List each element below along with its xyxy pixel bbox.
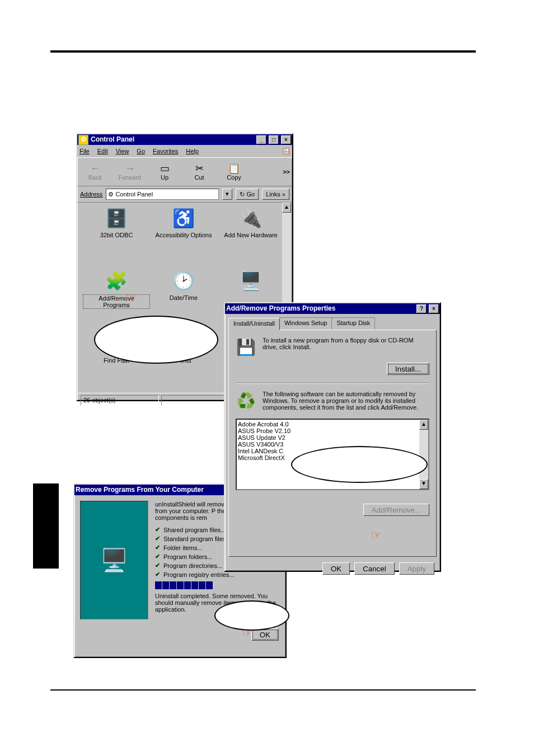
toolbar-back[interactable]: ←Back: [79, 163, 111, 181]
add-remove-button[interactable]: Add/Remove...: [363, 504, 429, 516]
check-icon: ✔: [155, 526, 160, 533]
divider: [236, 383, 429, 384]
pointer-hand-icon: ☞: [125, 291, 137, 306]
menu-view[interactable]: View: [116, 148, 129, 154]
cp-item-accessibility[interactable]: ♿Accessibility Options: [150, 207, 217, 270]
scroll-up-icon[interactable]: ▲: [419, 420, 428, 430]
list-item[interactable]: Adobe Acrobat 4.0: [238, 421, 427, 428]
copy-icon: 📋: [228, 163, 240, 173]
tab-strip: Install/Uninstall Windows Setup Startup …: [228, 317, 437, 330]
uninstall-progress: [155, 581, 280, 589]
menu-edit[interactable]: Edit: [97, 148, 108, 154]
uninstall-graphic: 🖥️: [80, 501, 148, 619]
address-dropdown[interactable]: ▾: [222, 189, 232, 200]
callout-mask-1: [94, 316, 218, 364]
add-remove-title-bar[interactable]: Add/Remove Programs Properties ? ×: [225, 303, 440, 314]
list-item[interactable]: ASUS V3400/V3: [238, 441, 427, 448]
address-field[interactable]: ⚙ Control Panel: [106, 189, 219, 200]
cancel-button[interactable]: Cancel: [354, 562, 395, 575]
go-button[interactable]: ↻ Go: [236, 189, 259, 200]
scroll-up-icon[interactable]: ▲: [282, 203, 291, 213]
check-icon: ✔: [155, 571, 160, 578]
menu-favorites[interactable]: Favorites: [153, 148, 178, 154]
date-time-icon: 🕑: [172, 270, 195, 292]
close-button[interactable]: ×: [429, 304, 439, 313]
check-icon: ✔: [155, 553, 160, 560]
address-bar: Address ⚙ Control Panel ▾ ↻ Go Links »: [77, 186, 292, 203]
toolbar: ←Back →Forward ▭Up ✂Cut 📋Copy >>: [77, 157, 292, 186]
menu-help[interactable]: Help: [186, 148, 199, 154]
toolbar-overflow[interactable]: >>: [283, 168, 290, 175]
toolbar-up[interactable]: ▭Up: [149, 163, 180, 181]
address-value: Control Panel: [115, 191, 153, 198]
odbc-icon: 🗄️: [105, 207, 128, 229]
uninstall-title: Remove Programs From Your Computer: [76, 485, 204, 495]
check-icon: ✔: [155, 544, 160, 551]
toolbar-copy[interactable]: 📋Copy: [218, 163, 250, 181]
help-button[interactable]: ?: [416, 304, 427, 313]
toolbar-forward[interactable]: →Forward: [114, 163, 146, 181]
add-remove-programs-dialog: Add/Remove Programs Properties ? × Insta…: [224, 302, 441, 572]
forward-icon: →: [125, 163, 135, 173]
control-panel-title: Control Panel: [91, 134, 134, 145]
install-description: To install a new program from a floppy d…: [263, 337, 429, 350]
scroll-down-icon[interactable]: ▼: [419, 479, 428, 489]
check-icon: ✔: [155, 562, 160, 569]
list-item[interactable]: ASUS Update V2: [238, 434, 427, 441]
display-icon: 🖥️: [240, 270, 262, 292]
address-label: Address: [80, 191, 102, 198]
address-field-icon: ⚙: [108, 191, 114, 198]
tab-windows-setup[interactable]: Windows Setup: [279, 317, 332, 330]
list-scrollbar[interactable]: ▲ ▼: [419, 420, 428, 489]
callout-mask-3: [214, 600, 289, 631]
control-panel-title-bar[interactable]: ⚙ Control Panel _ □ ×: [77, 134, 292, 145]
cut-icon: ✂: [195, 163, 204, 173]
control-panel-icon: ⚙: [78, 135, 88, 145]
install-button[interactable]: Install...: [387, 363, 429, 375]
tab-install-uninstall[interactable]: Install/Uninstall: [228, 318, 280, 330]
pointer-hand-icon: ☞: [371, 528, 382, 543]
apply-button[interactable]: Apply: [399, 562, 434, 575]
rule-top: [50, 50, 476, 53]
menu-bar: File Edit View Go Favorites Help 🪟: [77, 145, 292, 157]
add-remove-title: Add/Remove Programs Properties: [226, 303, 335, 314]
list-item[interactable]: ASUS Probe V2.10: [238, 428, 427, 434]
add-remove-programs-icon: 🧩: [105, 270, 128, 292]
toolbar-cut[interactable]: ✂Cut: [184, 163, 215, 181]
cp-item-odbc[interactable]: 🗄️32bit ODBC: [83, 207, 150, 270]
remove-description: The following software can be automatica…: [263, 391, 429, 411]
recycle-bin-icon: ♻️: [236, 391, 256, 411]
dialog-button-row: OK Cancel Apply: [225, 560, 440, 580]
side-index-tab: [33, 483, 59, 569]
windows-flag-icon: 🪟: [282, 148, 290, 155]
minimize-button[interactable]: _: [256, 135, 266, 144]
rule-bottom: [50, 689, 476, 691]
up-icon: ▭: [160, 163, 170, 173]
close-button[interactable]: ×: [281, 135, 291, 144]
go-icon: ↻: [240, 191, 245, 198]
accessibility-icon: ♿: [172, 207, 195, 229]
menu-go[interactable]: Go: [137, 148, 145, 154]
maximize-button[interactable]: □: [269, 135, 279, 144]
back-icon: ←: [90, 163, 100, 173]
tab-panel: 💾 To install a new program from a floppy…: [228, 330, 437, 557]
tab-startup-disk[interactable]: Startup Disk: [331, 317, 375, 330]
menu-file[interactable]: File: [79, 148, 90, 154]
status-object-count: 26 object(s): [81, 395, 159, 406]
cp-item-add-hardware[interactable]: 🔌Add New Hardware: [217, 207, 284, 270]
install-icon: 💾: [236, 337, 256, 357]
links-button[interactable]: Links »: [262, 189, 289, 200]
hardware-icon: 🔌: [240, 207, 262, 229]
ok-button[interactable]: OK: [322, 562, 350, 575]
callout-mask-2: [291, 446, 428, 483]
check-icon: ✔: [155, 535, 160, 542]
